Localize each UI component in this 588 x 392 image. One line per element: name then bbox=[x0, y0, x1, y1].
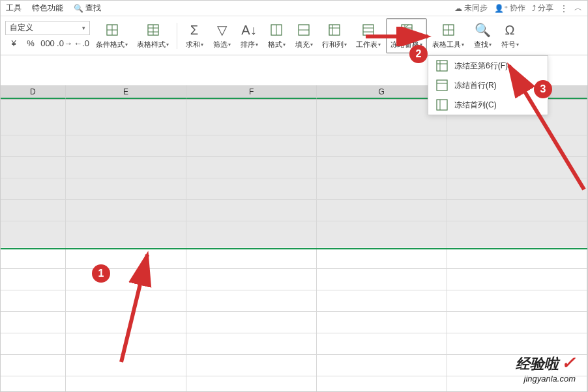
grid-icon bbox=[104, 21, 121, 38]
search-icon: 🔍 bbox=[74, 4, 83, 13]
annotation-badge-3: 3 bbox=[534, 80, 552, 98]
find-button[interactable]: 🔍 查找▾ bbox=[469, 18, 495, 53]
fill-icon bbox=[295, 21, 312, 38]
freeze-line bbox=[1, 248, 587, 249]
annotation-arrow-2 bbox=[366, 27, 437, 46]
table-icon bbox=[145, 21, 162, 38]
top-menu-bar: 工具 特色功能 🔍 查找 ☁ 未同步 👤⁺ 协作 ⤴ 分享 ⋮ ︿ bbox=[1, 1, 587, 16]
collab-button[interactable]: 👤⁺ 协作 bbox=[494, 3, 525, 14]
row-col-icon bbox=[326, 21, 343, 38]
currency-icon[interactable]: ¥ bbox=[7, 38, 20, 49]
cloud-icon: ☁ bbox=[454, 4, 462, 13]
symbol-button[interactable]: Ω 符号▾ bbox=[497, 18, 523, 53]
tools-icon bbox=[440, 21, 457, 38]
table-style-button[interactable]: 表格样式▾ bbox=[133, 18, 173, 53]
chevron-down-icon: ▾ bbox=[82, 25, 85, 31]
svg-rect-29 bbox=[437, 100, 447, 110]
sum-button[interactable]: Σ 求和▾ bbox=[181, 18, 207, 53]
share-button[interactable]: ⤴ 分享 bbox=[532, 3, 553, 14]
menu-special[interactable]: 特色功能 bbox=[32, 3, 63, 14]
freeze-col-icon bbox=[436, 99, 448, 111]
filter-button[interactable]: ▽ 筛选▾ bbox=[209, 18, 235, 53]
share-icon: ⤴ bbox=[532, 4, 536, 13]
grid-row[interactable] bbox=[1, 376, 587, 392]
col-header-d[interactable]: D bbox=[1, 85, 66, 99]
omega-icon: Ω bbox=[501, 21, 518, 38]
grid-row[interactable] bbox=[1, 269, 587, 290]
svg-rect-27 bbox=[437, 80, 447, 91]
user-plus-icon: 👤⁺ bbox=[494, 4, 508, 13]
fill-button[interactable]: 填充▾ bbox=[291, 18, 317, 53]
cond-format-button[interactable]: 条件格式▾ bbox=[92, 18, 132, 53]
percent-icon[interactable]: % bbox=[24, 38, 37, 49]
watermark: 经验啦✓ jingyanla.com bbox=[516, 353, 576, 384]
annotation-badge-2: 2 bbox=[409, 45, 428, 63]
thousands-icon[interactable]: 000 bbox=[41, 38, 54, 49]
decimal-dec-icon[interactable]: ←.0 bbox=[75, 38, 88, 49]
svg-rect-24 bbox=[437, 61, 447, 71]
grid-row[interactable] bbox=[1, 355, 587, 376]
col-header-f[interactable]: F bbox=[186, 85, 317, 99]
grid-row[interactable] bbox=[1, 178, 587, 200]
decimal-inc-icon[interactable]: .0→ bbox=[58, 38, 71, 49]
funnel-icon: ▽ bbox=[213, 21, 230, 38]
svg-rect-11 bbox=[329, 25, 340, 35]
style-combo[interactable]: 自定义 ▾ bbox=[5, 21, 90, 35]
sort-button[interactable]: A↓ 排序▾ bbox=[236, 18, 262, 53]
freeze-icon bbox=[436, 60, 448, 72]
ribbon-toolbar: 自定义 ▾ ¥ % 000 .0→ ←.0 条件格式▾ 表格样式▾ Σ 求和▾ … bbox=[1, 16, 587, 55]
cells-icon bbox=[268, 21, 285, 38]
grid-row[interactable] bbox=[1, 333, 587, 355]
grid-row[interactable] bbox=[1, 312, 587, 333]
grid-row[interactable] bbox=[1, 135, 587, 157]
search-link[interactable]: 🔍 查找 bbox=[74, 3, 101, 14]
row-col-button[interactable]: 行和列▾ bbox=[318, 18, 351, 53]
format-button[interactable]: 格式▾ bbox=[263, 18, 289, 53]
sync-status[interactable]: ☁ 未同步 bbox=[454, 3, 488, 14]
sigma-icon: Σ bbox=[186, 21, 203, 38]
grid-row[interactable] bbox=[1, 247, 587, 269]
freeze-row-icon bbox=[436, 79, 448, 91]
col-header-e[interactable]: E bbox=[66, 85, 187, 99]
menu-tools[interactable]: 工具 bbox=[6, 3, 22, 14]
grid-body[interactable] bbox=[1, 100, 587, 392]
annotation-badge-1: 1 bbox=[92, 264, 110, 283]
spreadsheet-area: D E F G H bbox=[1, 85, 587, 391]
grid-row[interactable] bbox=[1, 157, 587, 178]
grid-row[interactable] bbox=[1, 290, 587, 312]
check-icon: ✓ bbox=[561, 353, 576, 372]
collapse-icon[interactable]: ︿ bbox=[574, 3, 582, 14]
grid-row[interactable] bbox=[1, 221, 587, 247]
magnifier-icon: 🔍 bbox=[474, 21, 491, 38]
annotation-arrow-1 bbox=[111, 248, 164, 365]
svg-line-33 bbox=[121, 255, 147, 362]
more-icon[interactable]: ⋮ bbox=[560, 4, 568, 13]
grid-row[interactable] bbox=[1, 200, 587, 221]
sort-icon: A↓ bbox=[241, 21, 257, 38]
